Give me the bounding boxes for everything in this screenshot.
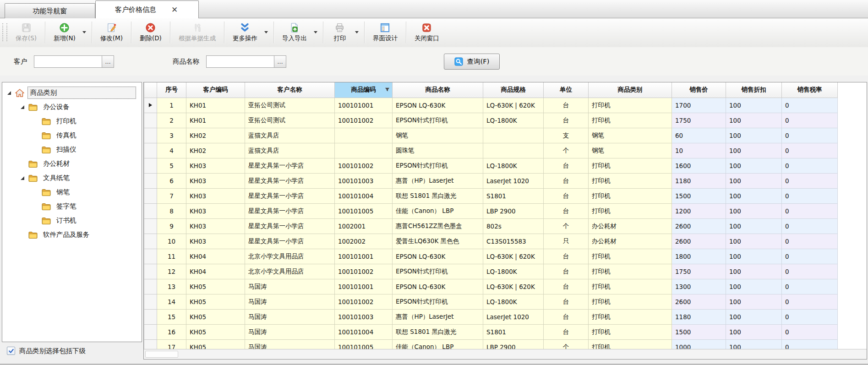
cell[interactable]: 0 xyxy=(782,339,838,349)
cell[interactable]: 打印机 xyxy=(589,188,672,203)
cell[interactable]: 台 xyxy=(544,294,589,309)
cell[interactable]: KH05 xyxy=(186,324,245,339)
cell[interactable]: 台 xyxy=(544,324,589,339)
cell[interactable]: 100 xyxy=(726,173,782,188)
cell[interactable]: 钢笔 xyxy=(393,128,483,143)
cell[interactable]: 打印机 xyxy=(589,339,672,349)
cell[interactable]: 0 xyxy=(782,324,838,339)
cell[interactable]: 100 xyxy=(726,294,782,309)
cell[interactable]: 打印机 xyxy=(589,294,672,309)
cell[interactable]: 100 xyxy=(726,218,782,234)
cell[interactable]: 1180 xyxy=(672,173,726,188)
cell[interactable]: EPSON LQ-630K xyxy=(393,279,483,294)
dropdown-caret-button[interactable] xyxy=(314,20,322,45)
cell[interactable]: 100101002 xyxy=(335,158,393,173)
cell[interactable]: KH05 xyxy=(186,294,245,309)
cell[interactable]: LQ-630K | 620K xyxy=(483,98,544,113)
column-header-4[interactable]: 商品编码 xyxy=(335,82,393,98)
tree-item-9[interactable]: 签字笔 xyxy=(2,199,142,213)
tree-item-8[interactable]: 钢笔 xyxy=(2,185,142,199)
column-header-6[interactable]: 商品规格 xyxy=(483,82,544,98)
tree-item-7[interactable]: 文具纸笔 xyxy=(2,171,142,185)
cell[interactable]: 4 xyxy=(157,143,186,158)
cell[interactable]: 0 xyxy=(782,234,838,249)
cell[interactable]: 60 xyxy=(672,128,726,143)
cell[interactable]: KH05 xyxy=(186,339,245,349)
tree-item-6[interactable]: 办公耗材 xyxy=(2,157,142,171)
cell[interactable]: 2600 xyxy=(672,234,726,249)
cell[interactable]: 12 xyxy=(157,264,186,279)
cell[interactable]: KH05 xyxy=(186,309,245,324)
cell[interactable]: 100101002 xyxy=(335,294,393,309)
cell[interactable]: 100101004 xyxy=(335,188,393,203)
cell[interactable]: 1750 xyxy=(672,113,726,128)
cell[interactable]: 联想 S1801 黑白激光 xyxy=(393,188,483,203)
cell[interactable]: 星星文具第一小学店 xyxy=(245,234,335,249)
cell[interactable]: 星星文具第一小学店 xyxy=(245,173,335,188)
cell[interactable]: 亚拓公司测试 xyxy=(245,113,335,128)
cell[interactable]: 台 xyxy=(544,158,589,173)
toolbar-button-7[interactable]: 导入导出 xyxy=(275,20,314,45)
cell[interactable]: EPSON针式打印机 xyxy=(393,294,483,309)
cell[interactable]: 星星文具第一小学店 xyxy=(245,218,335,234)
dropdown-caret-button[interactable] xyxy=(82,20,90,45)
cell[interactable]: 1180 xyxy=(672,309,726,324)
cell[interactable] xyxy=(335,128,393,143)
cell[interactable]: 0 xyxy=(782,218,838,234)
tree-item-1[interactable]: 商品类别 xyxy=(2,86,142,100)
cell[interactable]: 蓝猫文具店 xyxy=(245,143,335,158)
column-header-3[interactable]: 客户名称 xyxy=(245,82,335,98)
cell[interactable]: KH02 xyxy=(186,128,245,143)
product-name-input[interactable] xyxy=(206,55,274,68)
cell[interactable]: 100 xyxy=(726,113,782,128)
cell[interactable]: 2600 xyxy=(672,294,726,309)
cell[interactable]: 马国涛 xyxy=(245,279,335,294)
cell[interactable]: 北京小学文具用品店 xyxy=(245,249,335,264)
cell[interactable]: 1300 xyxy=(672,279,726,294)
horizontal-scrollbar[interactable] xyxy=(144,349,867,359)
cell[interactable]: 100101002 xyxy=(335,264,393,279)
cell[interactable]: 0 xyxy=(782,279,838,294)
cell[interactable]: 100 xyxy=(726,309,782,324)
cell[interactable]: 1800 xyxy=(672,249,726,264)
cell[interactable]: LQ-1800K xyxy=(483,294,544,309)
cell[interactable]: 1500 xyxy=(672,324,726,339)
cell[interactable]: 10 xyxy=(672,143,726,158)
cell[interactable]: EPSON针式打印机 xyxy=(393,113,483,128)
cell[interactable]: 打印机 xyxy=(589,264,672,279)
cell[interactable] xyxy=(483,143,544,158)
cell[interactable]: KH04 xyxy=(186,249,245,264)
cell[interactable]: 100101001 xyxy=(335,249,393,264)
cell[interactable]: 100 xyxy=(726,128,782,143)
tree-item-5[interactable]: 扫描仪 xyxy=(2,142,142,157)
cell[interactable]: 打印机 xyxy=(589,309,672,324)
cell[interactable]: 100101004 xyxy=(335,324,393,339)
cell[interactable]: 0 xyxy=(782,113,838,128)
cell[interactable]: 0 xyxy=(782,264,838,279)
cell[interactable]: 钢笔 xyxy=(589,143,672,158)
cell[interactable]: LBP 2900 xyxy=(483,203,544,218)
cell[interactable]: 1 xyxy=(157,98,186,113)
cell[interactable]: KH03 xyxy=(186,173,245,188)
cell[interactable]: 打印机 xyxy=(589,158,672,173)
cell[interactable]: KH05 xyxy=(186,279,245,294)
dropdown-caret-button[interactable] xyxy=(355,20,363,45)
cell[interactable]: 0 xyxy=(782,249,838,264)
cell[interactable]: 只 xyxy=(544,234,589,249)
toolbar-button-4[interactable]: 删除(D) xyxy=(133,20,169,45)
cell[interactable]: 100 xyxy=(726,339,782,349)
cell[interactable]: 惠普（HP）LaserJet xyxy=(393,173,483,188)
cell[interactable]: 台 xyxy=(544,264,589,279)
cell[interactable]: C13S015583 xyxy=(483,234,544,249)
toolbar-grip-handle[interactable] xyxy=(2,23,7,41)
cell[interactable]: 11 xyxy=(157,249,186,264)
cell[interactable]: 打印机 xyxy=(589,279,672,294)
cell[interactable]: 10 xyxy=(157,234,186,249)
cell[interactable]: 1002002 xyxy=(335,234,393,249)
cell[interactable]: LaserJet 1020 xyxy=(483,309,544,324)
cell[interactable]: 打印机 xyxy=(589,324,672,339)
customer-lookup-button[interactable]: … xyxy=(102,55,114,68)
cell[interactable]: 9 xyxy=(157,218,186,234)
cell[interactable]: 办公耗材 xyxy=(589,234,672,249)
cell[interactable]: 亚拓公司测试 xyxy=(245,98,335,113)
